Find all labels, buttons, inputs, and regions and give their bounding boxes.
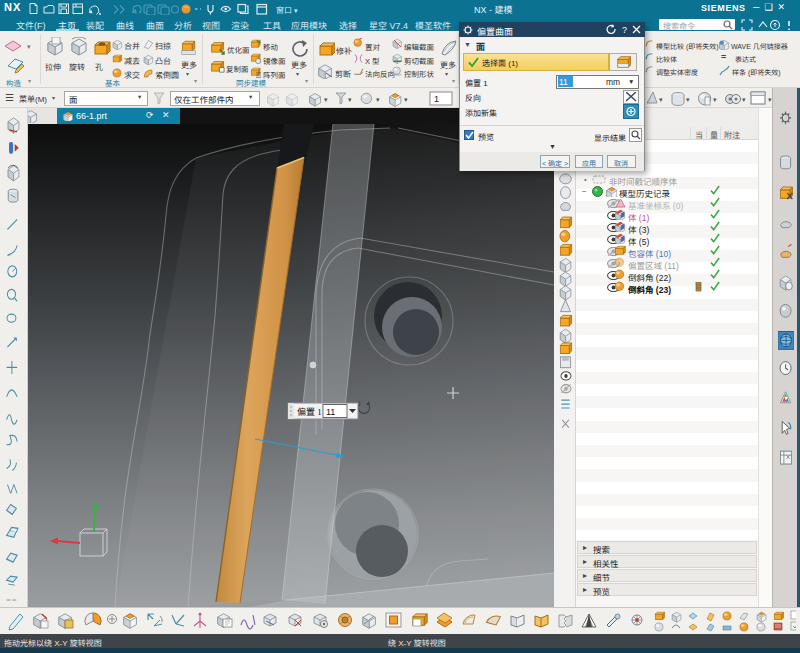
svg-text:▾: ▾ — [686, 96, 690, 103]
svg-text:偏置 1: 偏置 1 — [297, 405, 322, 418]
svg-text:11: 11 — [326, 407, 335, 417]
svg-text:▾: ▾ — [713, 96, 717, 103]
svg-text:▾: ▾ — [742, 96, 746, 103]
svg-text:▾: ▾ — [348, 96, 352, 103]
svg-text:▾: ▾ — [404, 96, 408, 103]
svg-text:▾: ▾ — [376, 96, 380, 103]
svg-text:1: 1 — [434, 94, 439, 104]
svg-text:▾: ▾ — [659, 96, 663, 103]
svg-text:?: ? — [622, 25, 627, 35]
svg-text:▾: ▾ — [324, 96, 328, 103]
